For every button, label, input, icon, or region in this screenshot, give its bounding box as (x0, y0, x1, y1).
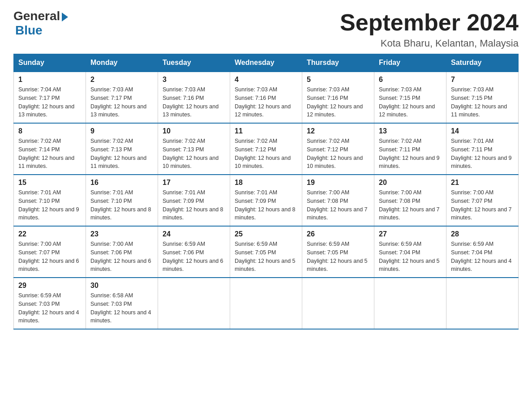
calendar-cell: 15Sunrise: 7:01 AMSunset: 7:10 PMDayligh… (14, 175, 86, 226)
day-number: 15 (18, 179, 81, 187)
calendar-cell: 22Sunrise: 7:00 AMSunset: 7:07 PMDayligh… (14, 226, 86, 278)
day-number: 17 (163, 179, 225, 187)
calendar-cell (374, 278, 446, 329)
day-info: Sunrise: 6:59 AMSunset: 7:05 PMDaylight:… (235, 240, 297, 274)
logo-text-general: General (13, 9, 60, 23)
calendar-cell: 25Sunrise: 6:59 AMSunset: 7:05 PMDayligh… (230, 226, 302, 278)
calendar-cell (230, 278, 302, 329)
calendar-cell: 23Sunrise: 7:00 AMSunset: 7:06 PMDayligh… (86, 226, 158, 278)
calendar-cell: 14Sunrise: 7:01 AMSunset: 7:11 PMDayligh… (446, 123, 519, 175)
calendar-cell: 21Sunrise: 7:00 AMSunset: 7:07 PMDayligh… (446, 175, 519, 226)
day-info: Sunrise: 7:03 AMSunset: 7:17 PMDaylight:… (90, 86, 153, 119)
logo-text-blue: Blue (15, 23, 43, 38)
calendar-week-row: 15Sunrise: 7:01 AMSunset: 7:10 PMDayligh… (14, 175, 519, 226)
calendar-cell: 10Sunrise: 7:02 AMSunset: 7:13 PMDayligh… (158, 123, 230, 175)
day-info: Sunrise: 7:01 AMSunset: 7:10 PMDaylight:… (90, 188, 153, 222)
day-number: 6 (379, 76, 442, 84)
day-info: Sunrise: 6:59 AMSunset: 7:03 PMDaylight:… (18, 291, 81, 325)
day-number: 22 (18, 230, 81, 238)
day-info: Sunrise: 7:01 AMSunset: 7:09 PMDaylight:… (235, 188, 297, 222)
day-info: Sunrise: 7:02 AMSunset: 7:13 PMDaylight:… (90, 137, 153, 171)
calendar-cell: 20Sunrise: 7:00 AMSunset: 7:08 PMDayligh… (374, 175, 446, 226)
day-info: Sunrise: 6:59 AMSunset: 7:06 PMDaylight:… (163, 240, 225, 274)
day-number: 19 (307, 179, 369, 187)
calendar-cell: 27Sunrise: 6:59 AMSunset: 7:04 PMDayligh… (374, 226, 446, 278)
calendar-cell (158, 278, 230, 329)
header-thursday: Thursday (302, 54, 374, 72)
day-number: 16 (90, 179, 153, 187)
calendar-table: SundayMondayTuesdayWednesdayThursdayFrid… (13, 54, 519, 330)
day-number: 1 (18, 76, 81, 84)
day-info: Sunrise: 7:03 AMSunset: 7:15 PMDaylight:… (379, 86, 442, 119)
page-header: General Blue September 2024 Kota Bharu, … (13, 9, 519, 49)
day-number: 10 (163, 127, 225, 135)
day-info: Sunrise: 7:02 AMSunset: 7:13 PMDaylight:… (163, 137, 225, 171)
day-number: 28 (451, 230, 514, 238)
calendar-cell: 9Sunrise: 7:02 AMSunset: 7:13 PMDaylight… (86, 123, 158, 175)
calendar-cell: 12Sunrise: 7:02 AMSunset: 7:12 PMDayligh… (302, 123, 374, 175)
calendar-cell: 13Sunrise: 7:02 AMSunset: 7:11 PMDayligh… (374, 123, 446, 175)
calendar-cell: 19Sunrise: 7:00 AMSunset: 7:08 PMDayligh… (302, 175, 374, 226)
title-section: September 2024 Kota Bharu, Kelantan, Mal… (340, 9, 519, 49)
logo: General Blue (13, 9, 68, 38)
day-info: Sunrise: 7:01 AMSunset: 7:11 PMDaylight:… (451, 137, 514, 171)
calendar-cell: 1Sunrise: 7:04 AMSunset: 7:17 PMDaylight… (14, 72, 86, 123)
day-number: 20 (379, 179, 442, 187)
day-info: Sunrise: 7:02 AMSunset: 7:11 PMDaylight:… (379, 137, 442, 171)
day-info: Sunrise: 6:59 AMSunset: 7:05 PMDaylight:… (307, 240, 369, 274)
day-info: Sunrise: 7:00 AMSunset: 7:08 PMDaylight:… (379, 188, 442, 222)
day-number: 3 (163, 76, 225, 84)
calendar-header-row: SundayMondayTuesdayWednesdayThursdayFrid… (14, 54, 519, 72)
day-number: 9 (90, 127, 153, 135)
day-number: 5 (307, 76, 369, 84)
calendar-cell: 7Sunrise: 7:03 AMSunset: 7:15 PMDaylight… (446, 72, 519, 123)
day-number: 24 (163, 230, 225, 238)
day-number: 12 (307, 127, 369, 135)
day-info: Sunrise: 7:02 AMSunset: 7:12 PMDaylight:… (235, 137, 297, 171)
day-info: Sunrise: 7:02 AMSunset: 7:14 PMDaylight:… (18, 137, 81, 171)
header-wednesday: Wednesday (230, 54, 302, 72)
calendar-cell: 3Sunrise: 7:03 AMSunset: 7:16 PMDaylight… (158, 72, 230, 123)
day-number: 2 (90, 76, 153, 84)
calendar-cell: 17Sunrise: 7:01 AMSunset: 7:09 PMDayligh… (158, 175, 230, 226)
calendar-week-row: 29Sunrise: 6:59 AMSunset: 7:03 PMDayligh… (14, 278, 519, 329)
calendar-cell: 28Sunrise: 6:59 AMSunset: 7:04 PMDayligh… (446, 226, 519, 278)
day-number: 14 (451, 127, 514, 135)
day-info: Sunrise: 7:03 AMSunset: 7:15 PMDaylight:… (451, 86, 514, 119)
calendar-cell: 4Sunrise: 7:03 AMSunset: 7:16 PMDaylight… (230, 72, 302, 123)
day-number: 26 (307, 230, 369, 238)
header-monday: Monday (86, 54, 158, 72)
day-info: Sunrise: 7:00 AMSunset: 7:07 PMDaylight:… (451, 188, 514, 222)
day-info: Sunrise: 6:59 AMSunset: 7:04 PMDaylight:… (451, 240, 514, 274)
calendar-week-row: 1Sunrise: 7:04 AMSunset: 7:17 PMDaylight… (14, 72, 519, 123)
calendar-cell: 6Sunrise: 7:03 AMSunset: 7:15 PMDaylight… (374, 72, 446, 123)
day-number: 13 (379, 127, 442, 135)
day-info: Sunrise: 6:59 AMSunset: 7:04 PMDaylight:… (379, 240, 442, 274)
day-number: 18 (235, 179, 297, 187)
logo-arrow-icon (62, 13, 68, 21)
calendar-cell: 24Sunrise: 6:59 AMSunset: 7:06 PMDayligh… (158, 226, 230, 278)
calendar-cell (302, 278, 374, 329)
day-number: 8 (18, 127, 81, 135)
day-number: 25 (235, 230, 297, 238)
calendar-cell (446, 278, 519, 329)
day-info: Sunrise: 7:03 AMSunset: 7:16 PMDaylight:… (307, 86, 369, 119)
calendar-cell: 30Sunrise: 6:58 AMSunset: 7:03 PMDayligh… (86, 278, 158, 329)
calendar-cell: 29Sunrise: 6:59 AMSunset: 7:03 PMDayligh… (14, 278, 86, 329)
day-info: Sunrise: 7:00 AMSunset: 7:06 PMDaylight:… (90, 240, 153, 274)
calendar-cell: 5Sunrise: 7:03 AMSunset: 7:16 PMDaylight… (302, 72, 374, 123)
calendar-cell: 26Sunrise: 6:59 AMSunset: 7:05 PMDayligh… (302, 226, 374, 278)
day-info: Sunrise: 7:00 AMSunset: 7:08 PMDaylight:… (307, 188, 369, 222)
calendar-cell: 2Sunrise: 7:03 AMSunset: 7:17 PMDaylight… (86, 72, 158, 123)
day-info: Sunrise: 6:58 AMSunset: 7:03 PMDaylight:… (90, 291, 153, 325)
header-sunday: Sunday (14, 54, 86, 72)
calendar-subtitle: Kota Bharu, Kelantan, Malaysia (340, 38, 519, 49)
day-number: 7 (451, 76, 514, 84)
day-number: 21 (451, 179, 514, 187)
day-number: 30 (90, 282, 153, 290)
header-tuesday: Tuesday (158, 54, 230, 72)
day-number: 27 (379, 230, 442, 238)
day-number: 23 (90, 230, 153, 238)
calendar-title: September 2024 (340, 9, 519, 36)
day-number: 4 (235, 76, 297, 84)
